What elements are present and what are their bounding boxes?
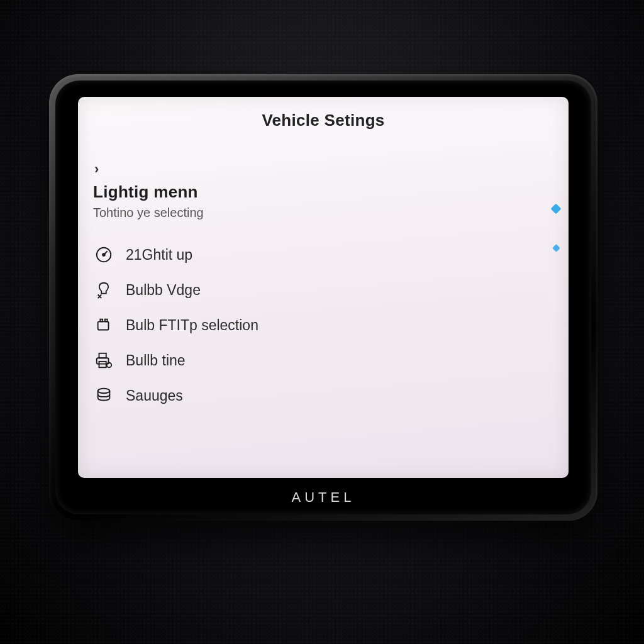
- menu-item-label: 21Ghtit up: [126, 248, 192, 262]
- screen: Vehicle Setings › Lightig menn Tohtino y…: [78, 97, 569, 478]
- svg-rect-3: [100, 319, 103, 322]
- battery-icon: [93, 314, 114, 336]
- svg-point-9: [98, 389, 110, 394]
- svg-point-8: [107, 363, 112, 368]
- svg-rect-5: [99, 353, 106, 358]
- menu-item-label: Sauuges: [126, 389, 183, 403]
- section-subheading: Tohtino ye selecting: [93, 206, 531, 220]
- indicator-diamond-icon: [551, 204, 562, 214]
- back-button[interactable]: ›: [94, 161, 99, 177]
- menu-item-label: Bulbb Vdge: [126, 283, 201, 297]
- device-frame: Vehicle Setings › Lightig menn Tohtino y…: [49, 74, 597, 521]
- page-title: Vehicle Setings: [78, 111, 569, 130]
- menu-item-label: Bulb FTITp selection: [126, 318, 258, 333]
- menu-list: 21Ghtit up Bulbb Vdge Bulb FTITp selecti…: [93, 243, 531, 408]
- menu-item-bulb-tine[interactable]: Bullb tine: [93, 348, 531, 372]
- svg-rect-4: [105, 319, 108, 322]
- section-heading: Lightig menn: [93, 182, 531, 202]
- bulb-x-icon: [93, 279, 114, 301]
- menu-item-light-up[interactable]: 21Ghtit up: [93, 243, 531, 267]
- indicator-diamond-icon: [552, 244, 560, 252]
- menu-item-bulb-vdge[interactable]: Bulbb Vdge: [93, 278, 531, 302]
- menu-item-label: Bullb tine: [126, 353, 186, 368]
- svg-point-1: [103, 253, 105, 256]
- side-indicators: [552, 205, 560, 251]
- printer-icon: [93, 350, 114, 371]
- brand-label: AUTEL: [55, 489, 591, 506]
- device-bezel: Vehicle Setings › Lightig menn Tohtino y…: [55, 80, 591, 514]
- gauge-icon: [93, 244, 114, 265]
- chevron-right-icon: ›: [94, 161, 99, 177]
- lighting-section: Lightig menn Tohtino ye selecting 21Ghti…: [93, 182, 531, 408]
- svg-rect-2: [98, 321, 109, 330]
- menu-item-sauuges[interactable]: Sauuges: [93, 384, 531, 408]
- stack-icon: [93, 385, 114, 406]
- menu-item-bulb-selection[interactable]: Bulb FTITp selection: [93, 313, 531, 337]
